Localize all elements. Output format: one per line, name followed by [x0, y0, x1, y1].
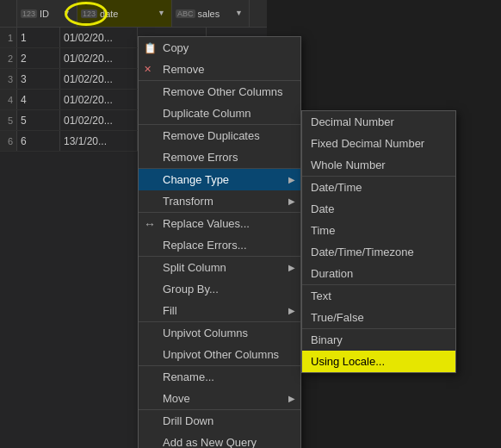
col-header-sales[interactable]: ABC sales ▼ — [172, 0, 250, 27]
menu-item-rename[interactable]: Rename... — [139, 365, 300, 388]
menu-item-add-new-query[interactable]: Add as New Query — [139, 432, 300, 448]
menu-item-replace-errors[interactable]: Replace Errors... — [139, 234, 300, 256]
date-type-badge: 123 — [81, 9, 97, 18]
replace-icon: ↔ — [144, 217, 156, 231]
menu-item-unpivot-other-columns[interactable]: Unpivot Other Columns — [139, 344, 300, 365]
menu-item-copy[interactable]: 📋 Copy — [139, 37, 300, 59]
submenu-item-datetime-timezone[interactable]: Date/Time/Timezone — [302, 241, 455, 263]
date-dropdown-icon[interactable]: ▼ — [158, 9, 168, 19]
col-header-id[interactable]: 123 ID ▼ — [17, 0, 77, 27]
menu-item-drill-down[interactable]: Drill Down — [139, 409, 300, 432]
menu-item-duplicate-column[interactable]: Duplicate Column — [139, 103, 300, 124]
id-col-label: ID — [40, 9, 49, 19]
menu-item-change-type[interactable]: Change Type ▶ — [139, 168, 300, 190]
sales-col-label: sales — [198, 9, 220, 19]
context-menu: 📋 Copy ✕ Remove Remove Other Columns Dup… — [138, 36, 301, 448]
submenu-item-datetime[interactable]: Date/Time — [302, 176, 455, 198]
sales-dropdown-icon[interactable]: ▼ — [235, 9, 245, 19]
change-type-submenu: Decimal Number Fixed Decimal Number Whol… — [301, 110, 456, 373]
submenu-item-using-locale[interactable]: Using Locale... — [302, 351, 455, 372]
menu-item-replace-values[interactable]: ↔ Replace Values... — [139, 212, 300, 234]
menu-item-unpivot-columns[interactable]: Unpivot Columns — [139, 321, 300, 344]
submenu-item-time[interactable]: Time — [302, 220, 455, 241]
submenu-item-duration[interactable]: Duration — [302, 263, 455, 284]
date-col-label: date — [100, 9, 118, 19]
copy-icon: 📋 — [144, 42, 157, 54]
menu-item-remove-other-columns[interactable]: Remove Other Columns — [139, 80, 300, 103]
split-arrow: ▶ — [288, 263, 295, 272]
submenu-item-date[interactable]: Date — [302, 198, 455, 220]
transform-arrow: ▶ — [288, 196, 295, 206]
remove-icon: ✕ — [144, 64, 152, 75]
menu-item-group-by[interactable]: Group By... — [139, 278, 300, 300]
fill-arrow: ▶ — [288, 306, 295, 315]
menu-item-fill[interactable]: Fill ▶ — [139, 300, 300, 321]
submenu-item-binary[interactable]: Binary — [302, 328, 455, 351]
submenu-item-decimal-number[interactable]: Decimal Number — [302, 111, 455, 133]
change-type-arrow: ▶ — [288, 175, 295, 184]
menu-item-remove-errors[interactable]: Remove Errors — [139, 146, 300, 168]
row-num-header — [0, 0, 17, 27]
menu-item-remove[interactable]: ✕ Remove — [139, 59, 300, 80]
menu-item-transform[interactable]: Transform ▶ — [139, 190, 300, 212]
col-header-date[interactable]: 123 date ▼ — [77, 0, 172, 27]
sales-type-badge: ABC — [176, 9, 195, 18]
submenu-item-text[interactable]: Text — [302, 284, 455, 307]
submenu-item-fixed-decimal[interactable]: Fixed Decimal Number — [302, 133, 455, 154]
id-type-badge: 123 — [21, 9, 37, 18]
menu-item-move[interactable]: Move ▶ — [139, 388, 300, 409]
id-dropdown-icon[interactable]: ▼ — [63, 9, 73, 19]
submenu-item-true-false[interactable]: True/False — [302, 307, 455, 328]
submenu-item-whole-number[interactable]: Whole Number — [302, 154, 455, 176]
move-arrow: ▶ — [288, 394, 295, 403]
menu-item-remove-duplicates[interactable]: Remove Duplicates — [139, 124, 300, 146]
menu-item-split-column[interactable]: Split Column ▶ — [139, 256, 300, 278]
grid-header: 123 ID ▼ 123 date ▼ ABC sales ▼ — [0, 0, 267, 28]
